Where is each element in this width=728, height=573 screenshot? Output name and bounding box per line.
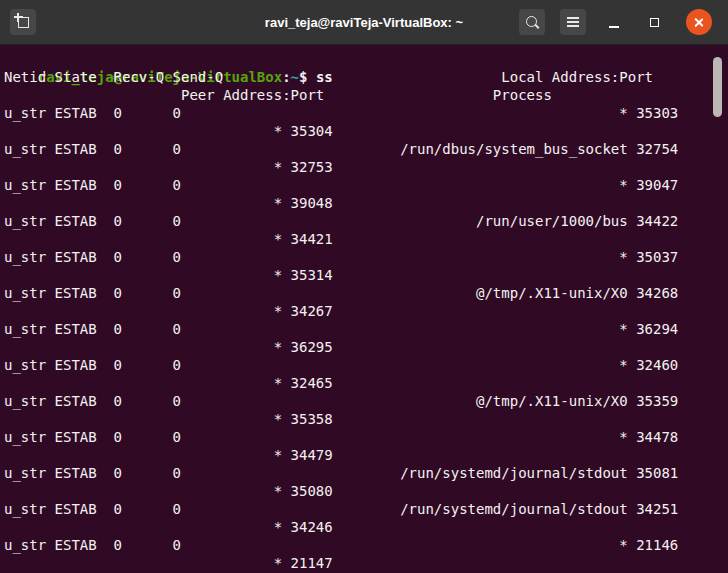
- socket-row-main-line: u_strESTAB00* 34478: [4, 428, 678, 446]
- socket-recvq-value: 0: [114, 284, 122, 302]
- socket-recvq-value: 0: [114, 176, 122, 194]
- socket-sendq-value: 0: [173, 140, 181, 158]
- socket-peer-value: * 34246: [274, 518, 333, 536]
- socket-row-peer-line: * 34246: [4, 518, 678, 536]
- socket-row-main-line: u_strESTAB00/run/dbus/system_bus_socket …: [4, 140, 678, 158]
- socket-netid-value: u_str: [4, 140, 46, 158]
- socket-row-peer-line: * 35314: [4, 266, 678, 284]
- socket-row-main-line: u_strESTAB00/run/user/1000/bus 34422: [4, 212, 678, 230]
- socket-netid-value: u_str: [4, 320, 46, 338]
- socket-sendq-value: 0: [173, 536, 181, 554]
- new-tab-icon: [18, 17, 29, 28]
- close-button[interactable]: [686, 9, 712, 35]
- hamburger-menu-icon: [567, 17, 579, 27]
- socket-peer-value: * 39048: [274, 194, 333, 212]
- socket-recvq-value: 0: [114, 140, 122, 158]
- socket-recvq-value: 0: [114, 320, 122, 338]
- socket-local-value: * 35303: [619, 104, 678, 122]
- socket-netid-value: u_str: [4, 536, 46, 554]
- terminal-screen[interactable]: ravi_teja@raviTeja-VirtualBox:~$ ss Neti…: [0, 45, 728, 573]
- socket-recvq-value: 0: [114, 392, 122, 410]
- table-header-line-1: Netid State Recv-Q Send-Q Local Address:…: [4, 68, 678, 86]
- header-process: Process: [493, 86, 552, 104]
- socket-row-peer-line: * 35358: [4, 410, 678, 428]
- socket-recvq-value: 0: [114, 104, 122, 122]
- socket-sendq-value: 0: [173, 104, 181, 122]
- socket-sendq-value: 0: [173, 284, 181, 302]
- socket-peer-value: * 21147: [274, 554, 333, 572]
- socket-row-peer-line: * 35080: [4, 482, 678, 500]
- socket-sendq-value: 0: [173, 176, 181, 194]
- socket-state-value: ESTAB: [55, 356, 97, 374]
- socket-local-value: * 21146: [619, 536, 678, 554]
- socket-recvq-value: 0: [114, 500, 122, 518]
- socket-row-main-line: u_strESTAB00* 21146: [4, 536, 678, 554]
- new-tab-button[interactable]: [10, 9, 36, 35]
- socket-netid-value: u_str: [4, 428, 46, 446]
- prompt-line: ravi_teja@raviTeja-VirtualBox:~$ ss: [4, 50, 678, 68]
- socket-state-value: ESTAB: [55, 104, 97, 122]
- socket-recvq-value: 0: [114, 212, 122, 230]
- socket-peer-value: * 35358: [274, 410, 333, 428]
- header-peer-address: Peer Address:Port: [181, 86, 324, 104]
- socket-sendq-value: 0: [173, 428, 181, 446]
- socket-peer-value: * 35080: [274, 482, 333, 500]
- socket-local-value: * 35037: [619, 248, 678, 266]
- socket-row-main-line: u_strESTAB00/run/systemd/journal/stdout …: [4, 464, 678, 482]
- socket-row-peer-line: * 34479: [4, 446, 678, 464]
- socket-row-peer-line: * 39048: [4, 194, 678, 212]
- terminal-window: { "window": { "title": "ravi_teja@raviTe…: [0, 0, 728, 573]
- socket-local-value: /run/user/1000/bus 34422: [476, 212, 678, 230]
- socket-row-main-line: u_strESTAB00* 39047: [4, 176, 678, 194]
- socket-state-value: ESTAB: [55, 536, 97, 554]
- socket-netid-value: u_str: [4, 356, 46, 374]
- header-local-address: Local Address:Port: [501, 68, 653, 86]
- socket-sendq-value: 0: [173, 392, 181, 410]
- socket-local-value: * 32460: [619, 356, 678, 374]
- socket-local-value: /run/dbus/system_bus_socket 32754: [400, 140, 678, 158]
- socket-netid-value: u_str: [4, 104, 46, 122]
- socket-row-peer-line: * 36295: [4, 338, 678, 356]
- socket-recvq-value: 0: [114, 464, 122, 482]
- socket-peer-value: * 32465: [274, 374, 333, 392]
- socket-local-value: @/tmp/.X11-unix/X0 34268: [476, 284, 678, 302]
- socket-recvq-value: 0: [114, 356, 122, 374]
- socket-state-value: ESTAB: [55, 320, 97, 338]
- socket-sendq-value: 0: [173, 500, 181, 518]
- socket-peer-value: * 34421: [274, 230, 333, 248]
- socket-row-main-line: u_strESTAB00/run/systemd/journal/stdout …: [4, 500, 678, 518]
- socket-row-main-line: u_strESTAB00* 32460: [4, 356, 678, 374]
- socket-peer-value: * 35314: [274, 266, 333, 284]
- socket-row-peer-line: * 34267: [4, 302, 678, 320]
- scrollbar-thumb[interactable]: [713, 57, 722, 117]
- socket-peer-value: * 32753: [274, 158, 333, 176]
- search-icon: [526, 16, 537, 27]
- maximize-button[interactable]: [641, 10, 667, 34]
- socket-sendq-value: 0: [173, 212, 181, 230]
- close-icon: [694, 17, 705, 28]
- socket-local-value: * 34478: [619, 428, 678, 446]
- socket-sendq-value: 0: [173, 320, 181, 338]
- socket-netid-value: u_str: [4, 392, 46, 410]
- socket-row-peer-line: * 32465: [4, 374, 678, 392]
- minimize-button[interactable]: [601, 10, 627, 34]
- socket-netid-value: u_str: [4, 176, 46, 194]
- socket-recvq-value: 0: [114, 248, 122, 266]
- socket-netid-value: u_str: [4, 212, 46, 230]
- minimize-icon: [609, 26, 619, 28]
- socket-peer-value: * 34267: [274, 302, 333, 320]
- header-left-columns: Netid State Recv-Q Send-Q: [4, 68, 223, 86]
- titlebar: ravi_teja@raviTeja-VirtualBox: ~: [0, 0, 728, 45]
- socket-row-main-line: u_strESTAB00* 35303: [4, 104, 678, 122]
- socket-state-value: ESTAB: [55, 140, 97, 158]
- socket-local-value: * 39047: [619, 176, 678, 194]
- socket-recvq-value: 0: [114, 536, 122, 554]
- socket-local-value: /run/systemd/journal/stdout 35081: [400, 464, 678, 482]
- socket-state-value: ESTAB: [55, 464, 97, 482]
- socket-local-value: @/tmp/.X11-unix/X0 35359: [476, 392, 678, 410]
- socket-table-rows: u_strESTAB00* 35303* 35304u_strESTAB00/r…: [4, 104, 728, 572]
- search-button[interactable]: [519, 9, 545, 35]
- menu-button[interactable]: [560, 9, 586, 35]
- maximize-icon: [650, 18, 659, 27]
- socket-netid-value: u_str: [4, 248, 46, 266]
